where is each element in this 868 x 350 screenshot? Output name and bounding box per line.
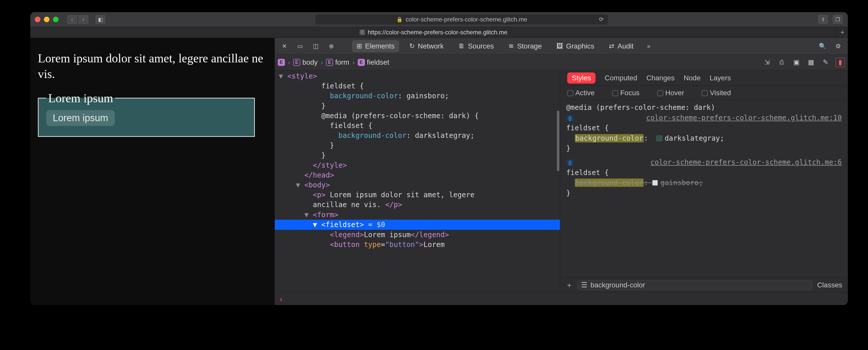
reload-button[interactable]: ⟳ (599, 16, 603, 23)
page-content: Lorem ipsum dolor sit amet, legere ancil… (30, 38, 275, 305)
tab-audit[interactable]: ⇄ Audit (604, 40, 638, 52)
lock-icon: 🔒 (396, 17, 403, 23)
screenshot-tool-icon[interactable]: ▣ (792, 58, 801, 67)
maximize-window-button[interactable] (53, 17, 59, 22)
browser-window: ‹ › ◧ 🔒 color-scheme-prefers-color-schem… (30, 12, 848, 305)
stylesheet-icon[interactable]: {} (566, 159, 574, 166)
forward-button[interactable]: › (78, 14, 89, 25)
inspect-target-icon[interactable]: ⊕ (326, 41, 336, 51)
favicon: C (360, 30, 365, 35)
titlebar: ‹ › ◧ 🔒 color-scheme-prefers-color-schem… (30, 12, 848, 27)
paint-tool-icon[interactable]: ✎ (821, 58, 830, 67)
filter-icon: ☰ (581, 281, 587, 289)
page-button[interactable]: Lorem ipsum (46, 110, 115, 126)
minimize-window-button[interactable] (44, 17, 50, 22)
audit-icon: ⇄ (609, 42, 614, 50)
styles-tab-computed[interactable]: Computed (604, 74, 637, 82)
dock-side-icon[interactable]: ◫ (311, 41, 321, 51)
layout-tool-icon[interactable]: ⇲ (763, 58, 772, 67)
styles-tab-node[interactable]: Node (684, 74, 701, 82)
overflow-tabs-button[interactable]: » (644, 41, 654, 51)
style-rules[interactable]: @media (prefers-color-scheme: dark) {} c… (560, 100, 848, 277)
add-rule-button[interactable]: ＋ (566, 280, 573, 290)
devtools-toolbar: ✕ ▭ ◫ ⊕ ⊞ Elements ↻ Network 🗎 Sources (275, 38, 848, 55)
color-swatch[interactable] (656, 136, 662, 141)
url-text: color-scheme-prefers-color-scheme.glitch… (406, 16, 527, 23)
print-tool-icon[interactable]: ⎙ (777, 58, 786, 67)
graphics-icon: 🖼 (556, 42, 563, 50)
new-tab-button[interactable]: + (837, 27, 848, 38)
close-devtools-button[interactable]: ✕ (279, 41, 289, 51)
browser-tab[interactable]: C https://color-scheme-prefers-color-sch… (30, 27, 837, 38)
address-bar[interactable]: 🔒 color-scheme-prefers-color-scheme.glit… (315, 14, 608, 25)
breadcrumb-form[interactable]: Eform (326, 58, 349, 66)
dom-tree[interactable]: ▼ <style> fieldset { background-color: g… (275, 70, 560, 292)
sources-icon: 🗎 (458, 42, 465, 50)
styles-tabs: Styles Computed Changes Node Layers (560, 70, 848, 86)
styles-tab-changes[interactable]: Changes (646, 74, 675, 82)
styles-tab-layers[interactable]: Layers (710, 74, 731, 82)
classes-button[interactable]: Classes (817, 281, 842, 289)
tabs-overview-button[interactable]: ❐ (832, 14, 843, 25)
devtools: ✕ ▭ ◫ ⊕ ⊞ Elements ↻ Network 🗎 Sources (275, 38, 848, 305)
pseudo-focus[interactable]: Focus (612, 89, 640, 97)
pseudo-active[interactable]: Active (567, 89, 594, 97)
breadcrumb-body[interactable]: Ebody (293, 58, 318, 66)
rule-media: @media (prefers-color-scheme: dark) (566, 103, 842, 113)
box-model-tool-icon[interactable]: ▮ (836, 58, 845, 67)
styles-footer: ＋ ☰ background-color Classes (560, 277, 848, 292)
network-icon: ↻ (409, 42, 415, 50)
nav-buttons: ‹ › (67, 14, 89, 25)
console-prompt[interactable]: › (275, 292, 848, 305)
window-controls (35, 17, 59, 22)
breadcrumb: E › Ebody › Eform › Efieldset ⇲ ⎙ ▣ (275, 55, 848, 70)
stylesheet-icon[interactable]: {} (566, 115, 574, 121)
share-button[interactable]: ⇪ (817, 14, 829, 25)
tab-network[interactable]: ↻ Network (405, 40, 448, 52)
storage-icon: ≋ (508, 42, 514, 50)
page-paragraph: Lorem ipsum dolor sit amet, legere ancil… (38, 51, 270, 82)
grid-tool-icon[interactable]: ▦ (806, 58, 815, 67)
search-icon[interactable]: 🔍 (817, 41, 828, 51)
settings-icon[interactable]: ⚙ (833, 41, 843, 51)
breadcrumb-fieldset[interactable]: Efieldset (358, 58, 389, 66)
breadcrumb-root[interactable]: E (278, 59, 285, 66)
main-area: Lorem ipsum dolor sit amet, legere ancil… (30, 38, 848, 305)
tab-bar: C https://color-scheme-prefers-color-sch… (30, 27, 848, 38)
elements-icon: ⊞ (356, 42, 362, 50)
styles-tab-styles[interactable]: Styles (567, 72, 595, 84)
sidebar-toggle-button[interactable]: ◧ (95, 14, 106, 25)
color-swatch[interactable] (652, 180, 658, 185)
rule-source-link[interactable]: color-scheme-prefers-color-scheme.glitch… (646, 113, 842, 123)
tab-graphics[interactable]: 🖼 Graphics (552, 40, 599, 52)
rule-source-link[interactable]: color-scheme-prefers-color-scheme.glitch… (650, 157, 842, 168)
tab-storage[interactable]: ≋ Storage (504, 40, 546, 52)
devtools-body: ▼ <style> fieldset { background-color: g… (275, 70, 848, 292)
back-button[interactable]: ‹ (67, 14, 78, 25)
pseudo-visited[interactable]: Visited (702, 89, 731, 97)
pseudo-hover[interactable]: Hover (657, 89, 684, 97)
filter-input[interactable]: ☰ background-color (577, 280, 812, 290)
console-chevron-icon: › (280, 295, 282, 303)
pseudo-toggles: Active Focus Hover Visited (560, 86, 848, 100)
close-window-button[interactable] (35, 17, 40, 22)
tab-title: https://color-scheme-prefers-color-schem… (368, 29, 507, 36)
tab-elements[interactable]: ⊞ Elements (352, 40, 399, 52)
page-fieldset: Lorem ipsum Lorem ipsum (38, 91, 255, 137)
page-legend: Lorem ipsum (46, 91, 115, 105)
dock-bottom-icon[interactable]: ▭ (295, 41, 305, 51)
styles-pane: Styles Computed Changes Node Layers Acti… (560, 70, 848, 292)
dom-scrollbar[interactable] (556, 70, 560, 292)
dom-selected-node[interactable]: ▼ <fieldset> = $0 (275, 220, 560, 230)
tab-sources[interactable]: 🗎 Sources (454, 40, 498, 52)
